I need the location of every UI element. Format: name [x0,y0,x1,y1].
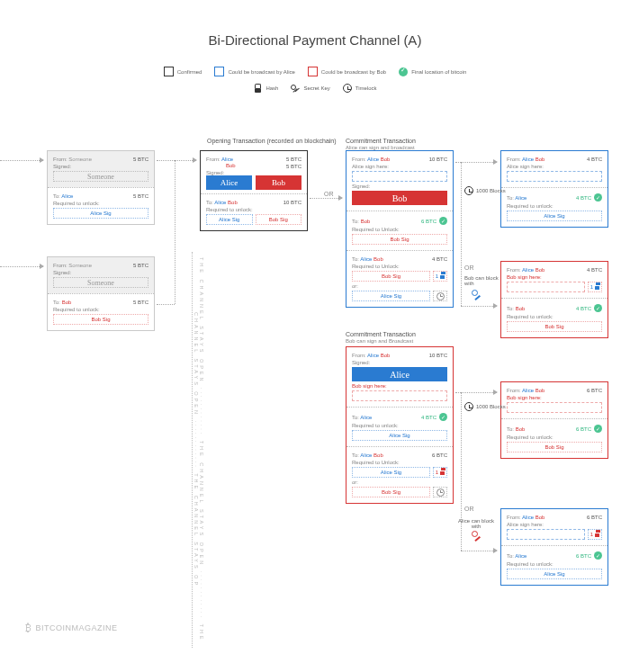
opening-title: Opening Transaction (recorded on blockch… [207,138,337,144]
hash-lock-icon [440,470,445,475]
legend: Confirmed Could be broadcast by Alice Co… [0,67,630,100]
lock-icon [253,84,262,93]
or-label: OR [464,506,474,512]
key-icon [291,84,300,93]
commit-title-2: Commitment TransactionBob can sign and B… [346,331,416,344]
commit-bob: From: Alice Bob10 BTC Signed: Alice Bob … [346,346,454,504]
funding-card-2: From: Someone5 BTC Signed: Someone To: B… [47,256,155,331]
funding-card-1: From: Someone5 BTC Signed: Someone To: A… [47,150,155,225]
check-icon [594,193,602,202]
legend-secret: Secret Key [303,85,329,91]
legend-broadcast-alice: Could be broadcast by Alice [228,69,294,75]
timelock-label: 1000 Blocks [464,186,506,195]
alice-block-label: Alice can block with [454,518,498,529]
timelock-label: 1000 Blocks [464,402,506,411]
legend-confirmed: Confirmed [177,69,202,75]
hash-lock-icon [595,284,599,290]
secret-key-icon [472,531,482,542]
or-label: OR [324,191,334,197]
commit-alice: From: Alice Bob10 BTC Alice sign here: S… [346,150,454,308]
commit-title-1: Commitment TransactionAlice can sign and… [346,138,416,150]
legend-confirmed-icon [164,67,174,76]
channel-open-rail: THE CHANNEL STAYS OPEN ············ THE … [192,252,204,648]
bob-block-label: Bob can block with [464,275,499,286]
legend-alice-icon [214,67,224,76]
alice-sig: Alice [206,175,252,190]
bob-sig: Bob [256,175,302,190]
timelock-icon [436,488,445,497]
clock-icon [343,84,352,93]
or-label: OR [464,264,474,271]
brand-logo: BITCOINMAGAZINE [25,622,118,634]
clock-icon [464,402,473,411]
check-icon [439,217,447,225]
legend-timelock: Timelock [356,85,377,91]
legend-final: Final location of bitcoin [411,69,466,75]
settle-bob-timelock: From: Alice Bob6 BTC Bob sign here: To: … [500,381,608,459]
legend-broadcast-bob: Could be broadcast by Bob [321,69,386,75]
settle-alice-timelock: From: Alice Bob4 BTC Alice sign here: To… [500,150,608,228]
page-title: Bi-Directional Payment Channel (A) [0,32,630,48]
check-icon [594,425,602,433]
opening-tx: From: Alice5 BTC From:5 BTC Bob Signed: … [200,150,308,231]
secret-key-icon [472,290,482,300]
clock-icon [464,186,473,195]
check-icon [594,304,602,312]
hash-lock-icon [595,532,599,537]
settle-alice-block: From: Alice Bob6 BTC Alice sign here: 1 … [500,508,608,586]
hash-lock-icon [440,273,445,279]
timelock-icon [436,292,445,300]
legend-final-icon [399,67,408,76]
check-icon [439,413,447,421]
settle-bob-block: From: Alice Bob4 BTC Bob sign here: 1 To… [500,261,608,338]
legend-hash: Hash [266,85,278,91]
legend-bob-icon [308,67,318,76]
check-icon [594,551,602,560]
